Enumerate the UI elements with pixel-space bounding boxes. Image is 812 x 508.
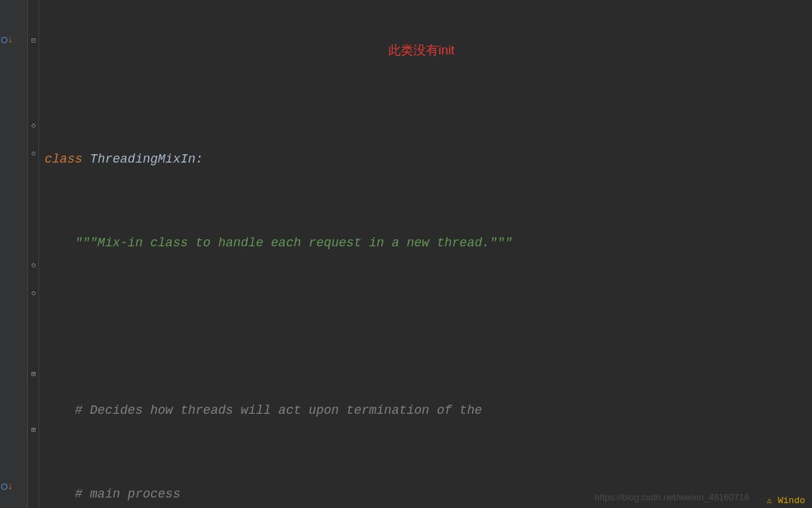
keyword-class: class — [45, 152, 82, 166]
fold-plus-icon[interactable]: ⊞ — [29, 370, 38, 378]
watermark-text: https://blog.csdn.net/weixin_46160716 — [595, 492, 749, 502]
modified-line-icon[interactable]: ◯↓ — [1, 480, 13, 492]
comment: # Decides how threads will act upon term… — [75, 403, 482, 417]
ide-status-fragment: ⚠ Windo — [767, 495, 805, 506]
modified-line-icon[interactable]: ◯↓ — [1, 33, 13, 45]
fold-region-end-icon[interactable]: ◇ — [29, 149, 38, 158]
left-gutter: ◯↓ ◯↓ — [0, 0, 28, 508]
fold-region-icon[interactable]: ◇ — [29, 261, 38, 269]
fold-region-end-icon[interactable]: ◇ — [29, 289, 38, 297]
comment: # main process — [75, 487, 180, 501]
code-editor[interactable]: ◯↓ ◯↓ ⊟ ◇ ◇ ◇ ◇ ⊞ ⊞ 此类没有init class Threa… — [0, 0, 812, 508]
annotation-label: 此类没有init — [388, 36, 455, 64]
docstring: """Mix-in class to handle each request i… — [75, 236, 512, 250]
fold-region-icon[interactable]: ◇ — [29, 121, 38, 130]
class-name: ThreadingMixIn — [90, 152, 195, 166]
fold-plus-icon[interactable]: ⊞ — [29, 426, 38, 434]
fold-minus-icon[interactable]: ⊟ — [29, 36, 38, 45]
fold-gutter: ⊟ ◇ ◇ ◇ ◇ ⊞ ⊞ — [28, 0, 39, 508]
code-content[interactable]: 此类没有init class ThreadingMixIn: """Mix-in… — [39, 0, 812, 508]
